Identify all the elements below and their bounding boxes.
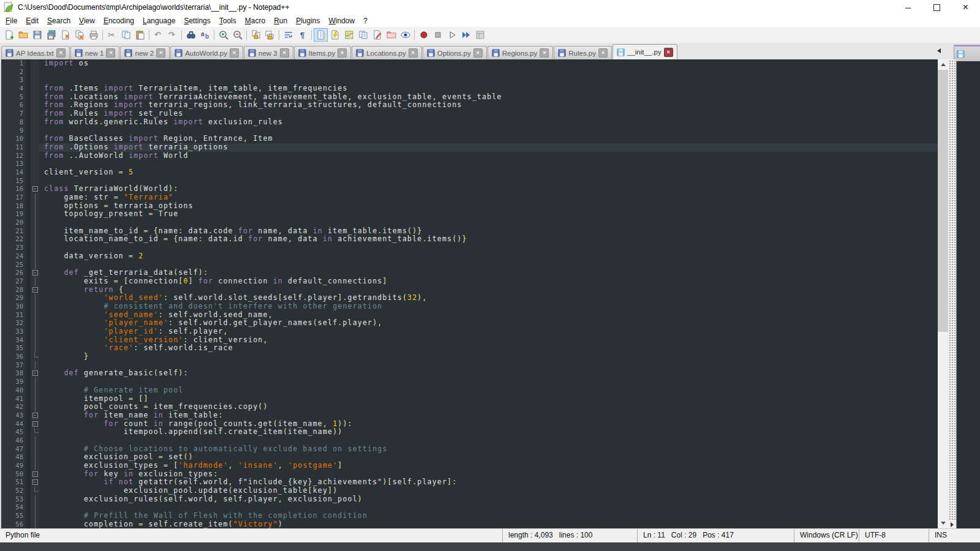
code-line[interactable]: 33 'player_id': self.player, bbox=[1, 328, 938, 336]
code-text[interactable]: 'world_seed': self.world.slot_seeds[self… bbox=[39, 294, 938, 302]
line-number[interactable]: 11 bbox=[1, 143, 26, 152]
code-text[interactable]: import os bbox=[39, 59, 938, 68]
code-line[interactable]: 52 exclusion_pool.update(exclusion_table… bbox=[1, 487, 938, 495]
code-text[interactable] bbox=[39, 68, 938, 77]
bookmark-margin[interactable] bbox=[26, 269, 31, 277]
paste-icon[interactable] bbox=[133, 28, 147, 42]
print-icon[interactable] bbox=[86, 28, 100, 42]
line-number[interactable]: 47 bbox=[1, 445, 26, 454]
line-number[interactable]: 51 bbox=[1, 478, 26, 487]
fold-margin[interactable] bbox=[31, 93, 39, 102]
sync-vertical-icon[interactable] bbox=[249, 28, 263, 42]
fold-margin[interactable] bbox=[31, 235, 39, 244]
code-line[interactable]: 26- def _get_terraria_data(self): bbox=[1, 269, 938, 277]
code-text[interactable]: from BaseClasses import Region, Entrance… bbox=[39, 135, 938, 143]
code-text[interactable]: # Generate item pool bbox=[39, 386, 938, 395]
bookmark-margin[interactable] bbox=[26, 202, 31, 211]
bookmark-margin[interactable] bbox=[26, 344, 31, 353]
fold-margin[interactable] bbox=[31, 127, 39, 135]
code-text[interactable]: 'race': self.world.is_race bbox=[39, 344, 938, 353]
maximize-button[interactable] bbox=[922, 0, 951, 15]
line-number[interactable]: 13 bbox=[1, 160, 26, 168]
code-text[interactable]: options = terraria_options bbox=[39, 202, 938, 211]
fold-margin[interactable] bbox=[31, 503, 39, 512]
tab-new-1[interactable]: new 1× bbox=[70, 46, 120, 59]
fold-margin[interactable] bbox=[31, 84, 39, 93]
fold-margin[interactable] bbox=[31, 311, 39, 320]
code-line[interactable]: 31 'seed_name': self.world.seed_name, bbox=[1, 311, 938, 320]
bookmark-margin[interactable] bbox=[26, 286, 31, 294]
bookmark-margin[interactable] bbox=[26, 294, 31, 302]
bookmark-margin[interactable] bbox=[26, 369, 31, 378]
code-line[interactable]: 27 exits = [connection[0] for connection… bbox=[1, 277, 938, 286]
code-text[interactable]: from .Locations import TerrariaAchieveme… bbox=[39, 93, 938, 102]
code-line[interactable]: 17 game: str = "Terraria" bbox=[1, 193, 938, 202]
fold-box-icon[interactable]: - bbox=[32, 479, 38, 485]
fold-margin[interactable]: - bbox=[31, 478, 39, 487]
code-text[interactable] bbox=[39, 76, 938, 84]
bookmark-margin[interactable] bbox=[26, 244, 31, 252]
line-number[interactable]: 30 bbox=[1, 302, 26, 311]
bookmark-margin[interactable] bbox=[26, 193, 31, 202]
line-number[interactable]: 41 bbox=[1, 395, 26, 403]
copy-icon[interactable] bbox=[119, 28, 133, 42]
bookmark-margin[interactable] bbox=[26, 168, 31, 177]
code-text[interactable] bbox=[39, 177, 938, 186]
scrollbar-down-arrow[interactable] bbox=[938, 518, 948, 528]
code-text[interactable]: game: str = "Terraria" bbox=[39, 193, 938, 202]
line-number[interactable]: 22 bbox=[1, 235, 26, 244]
tab--init-py[interactable]: __init__.py× bbox=[612, 44, 677, 59]
fold-margin[interactable] bbox=[31, 386, 39, 395]
fold-margin[interactable] bbox=[31, 428, 39, 437]
bookmark-margin[interactable] bbox=[26, 470, 31, 479]
fold-margin[interactable] bbox=[31, 344, 39, 353]
code-line[interactable]: 43- for item_name in item_table: bbox=[1, 411, 938, 420]
fold-margin[interactable] bbox=[31, 76, 39, 84]
menu-macro[interactable]: Macro bbox=[241, 15, 270, 26]
bookmark-margin[interactable] bbox=[26, 495, 31, 504]
bookmark-margin[interactable] bbox=[26, 520, 31, 528]
bookmark-margin[interactable] bbox=[26, 143, 31, 152]
line-number[interactable]: 34 bbox=[1, 336, 26, 345]
code-text[interactable]: from ..AutoWorld import World bbox=[39, 152, 938, 160]
bookmark-margin[interactable] bbox=[26, 378, 31, 386]
fold-margin[interactable] bbox=[31, 193, 39, 202]
scrollbar-track[interactable] bbox=[938, 332, 948, 518]
line-number[interactable]: 21 bbox=[1, 227, 26, 236]
tab-scroll-left-icon[interactable] bbox=[937, 48, 941, 53]
menu-plugins[interactable]: Plugins bbox=[292, 15, 324, 26]
code-text[interactable] bbox=[39, 503, 938, 512]
code-line[interactable]: 24 data_version = 2 bbox=[1, 252, 938, 261]
code-line[interactable]: 19 topology_present = True bbox=[1, 210, 938, 219]
record-macro-icon[interactable] bbox=[417, 28, 431, 42]
show-all-characters-icon[interactable]: ¶ bbox=[295, 28, 309, 42]
code-text[interactable]: exclusion_pool = set() bbox=[39, 453, 938, 462]
document-map-icon[interactable] bbox=[342, 28, 356, 42]
fold-box-icon[interactable]: - bbox=[32, 370, 38, 376]
line-number[interactable]: 17 bbox=[1, 193, 26, 202]
bookmark-margin[interactable] bbox=[26, 437, 31, 445]
fold-box-icon[interactable]: - bbox=[32, 471, 38, 477]
code-text[interactable]: def _get_terraria_data(self): bbox=[39, 269, 938, 277]
code-text[interactable] bbox=[39, 219, 938, 227]
bookmark-margin[interactable] bbox=[26, 76, 31, 84]
code-text[interactable]: item_name_to_id = {name: data.code for n… bbox=[39, 227, 938, 236]
line-number[interactable]: 18 bbox=[1, 202, 26, 211]
menu-edit[interactable]: Edit bbox=[21, 15, 43, 26]
status-eol[interactable]: Windows (CR LF) bbox=[794, 529, 859, 542]
code-text[interactable]: topology_present = True bbox=[39, 210, 938, 219]
code-line[interactable]: 9 bbox=[1, 127, 938, 135]
fold-margin[interactable] bbox=[31, 252, 39, 261]
bookmark-margin[interactable] bbox=[26, 68, 31, 77]
line-number[interactable]: 32 bbox=[1, 319, 26, 328]
menu-file[interactable]: File bbox=[1, 15, 21, 26]
fold-margin[interactable] bbox=[31, 219, 39, 227]
code-line[interactable]: 23 bbox=[1, 244, 938, 252]
code-text[interactable] bbox=[39, 361, 938, 370]
code-line[interactable]: 7from .Rules import set_rules bbox=[1, 110, 938, 118]
fold-margin[interactable] bbox=[31, 294, 39, 302]
code-line[interactable]: 55 # Prefill the Wall of Flesh with the … bbox=[1, 512, 938, 520]
line-number[interactable]: 33 bbox=[1, 328, 26, 336]
fold-margin[interactable] bbox=[31, 244, 39, 252]
code-text[interactable] bbox=[39, 261, 938, 269]
